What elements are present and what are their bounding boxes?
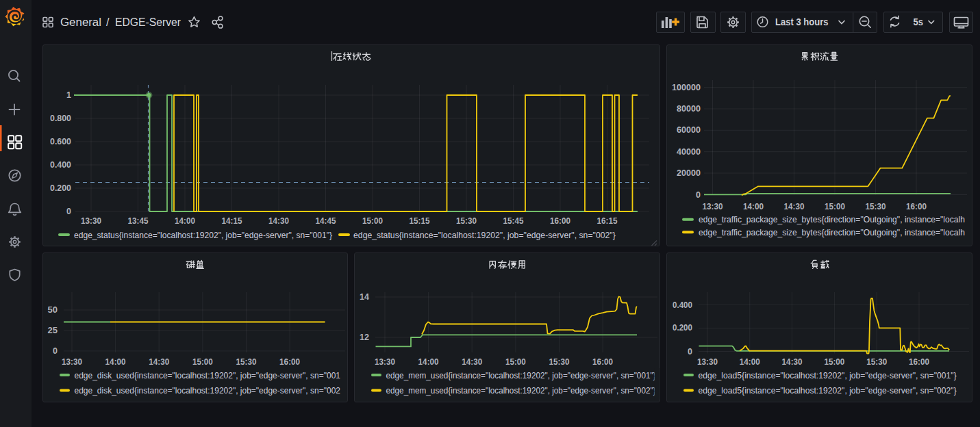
svg-text:20000: 20000	[677, 168, 701, 178]
svg-text:13:45: 13:45	[128, 216, 149, 226]
svg-text:edge_load5{instance="localhost: edge_load5{instance="localhost:19202", j…	[699, 386, 957, 396]
svg-text:edge_mem_used{instance="localh: edge_mem_used{instance="localhost:19202"…	[386, 386, 656, 396]
svg-text:14:00: 14:00	[743, 202, 764, 211]
svg-text:15:30: 15:30	[236, 357, 257, 367]
svg-text:13:30: 13:30	[81, 216, 101, 226]
svg-text:15:00: 15:00	[192, 357, 213, 367]
svg-text:16:00: 16:00	[909, 357, 929, 367]
svg-text:0: 0	[696, 190, 701, 200]
svg-text:14:30: 14:30	[782, 357, 803, 367]
svg-text:edge_disk_used{instance="local: edge_disk_used{instance="localhost:19202…	[75, 371, 341, 380]
svg-text:edge_status{instance="localhos: edge_status{instance="localhost:19202", …	[353, 231, 616, 240]
svg-text:50: 50	[48, 305, 58, 315]
svg-text:14:30: 14:30	[784, 202, 805, 211]
svg-text:13:30: 13:30	[703, 202, 723, 211]
svg-text:15:00: 15:00	[825, 202, 845, 211]
svg-text:14:15: 14:15	[222, 216, 242, 226]
svg-text:0: 0	[53, 346, 58, 356]
svg-text:40000: 40000	[677, 147, 701, 157]
svg-text:100000: 100000	[672, 83, 701, 92]
svg-text:0.200: 0.200	[673, 323, 692, 333]
svg-text:EDGE-Server: EDGE-Server	[115, 16, 181, 28]
svg-text:16:00: 16:00	[279, 357, 300, 367]
svg-text:60000: 60000	[677, 125, 701, 135]
svg-text:14:00: 14:00	[105, 357, 126, 367]
svg-text:80000: 80000	[677, 104, 701, 114]
svg-text:General: General	[60, 16, 101, 28]
svg-text:16:00: 16:00	[906, 202, 927, 211]
svg-text:13:30: 13:30	[375, 357, 395, 367]
svg-text:15:30: 15:30	[456, 216, 477, 226]
svg-text:13:30: 13:30	[62, 357, 82, 367]
svg-text:edge_status{instance="localhos: edge_status{instance="localhost:19202", …	[74, 231, 332, 240]
svg-text:15:30: 15:30	[866, 202, 886, 211]
svg-text:14:00: 14:00	[418, 357, 439, 367]
svg-text:Last 3 hours: Last 3 hours	[775, 16, 829, 27]
svg-text:edge_traffic_package_size_byte: edge_traffic_package_size_bytes{directio…	[699, 215, 965, 224]
svg-text:16:15: 16:15	[597, 216, 618, 226]
svg-text:15:00: 15:00	[362, 216, 383, 226]
svg-text:edge_disk_used{instance="local: edge_disk_used{instance="localhost:19202…	[75, 386, 341, 396]
svg-text:edge_load5{instance="localhost: edge_load5{instance="localhost:19202", j…	[699, 371, 957, 380]
svg-text:14:00: 14:00	[175, 216, 195, 226]
svg-text:0.600: 0.600	[50, 137, 71, 146]
svg-text:14:45: 14:45	[316, 216, 336, 226]
svg-text:14:30: 14:30	[462, 357, 482, 367]
svg-text:0: 0	[688, 347, 692, 357]
svg-text:15:30: 15:30	[549, 357, 570, 367]
svg-text:16:00: 16:00	[592, 357, 613, 367]
svg-text:0.200: 0.200	[50, 183, 71, 193]
svg-text:1: 1	[66, 90, 71, 100]
svg-text:15:45: 15:45	[503, 216, 524, 226]
svg-text:0.400: 0.400	[50, 160, 71, 170]
svg-text:0.400: 0.400	[673, 300, 692, 310]
svg-text:15:30: 15:30	[866, 357, 887, 367]
svg-text:/: /	[106, 16, 110, 28]
svg-text:25: 25	[48, 326, 58, 335]
svg-text:0: 0	[66, 207, 71, 216]
svg-text:15:00: 15:00	[505, 357, 526, 367]
svg-text:5s: 5s	[914, 16, 924, 27]
svg-text:12: 12	[360, 333, 369, 342]
svg-text:15:15: 15:15	[410, 216, 430, 226]
svg-text:14:00: 14:00	[740, 357, 760, 367]
svg-text:edge_traffic_package_size_byte: edge_traffic_package_size_bytes{directio…	[699, 228, 965, 237]
svg-text:14:30: 14:30	[268, 216, 289, 226]
svg-text:0.800: 0.800	[50, 114, 71, 123]
svg-text:edge_mem_used{instance="localh: edge_mem_used{instance="localhost:19202"…	[386, 371, 656, 380]
svg-text:15:00: 15:00	[824, 357, 844, 367]
svg-text:14: 14	[360, 292, 369, 302]
svg-text:13:30: 13:30	[697, 357, 718, 367]
svg-text:16:00: 16:00	[550, 216, 570, 226]
svg-text:14:30: 14:30	[149, 357, 169, 367]
